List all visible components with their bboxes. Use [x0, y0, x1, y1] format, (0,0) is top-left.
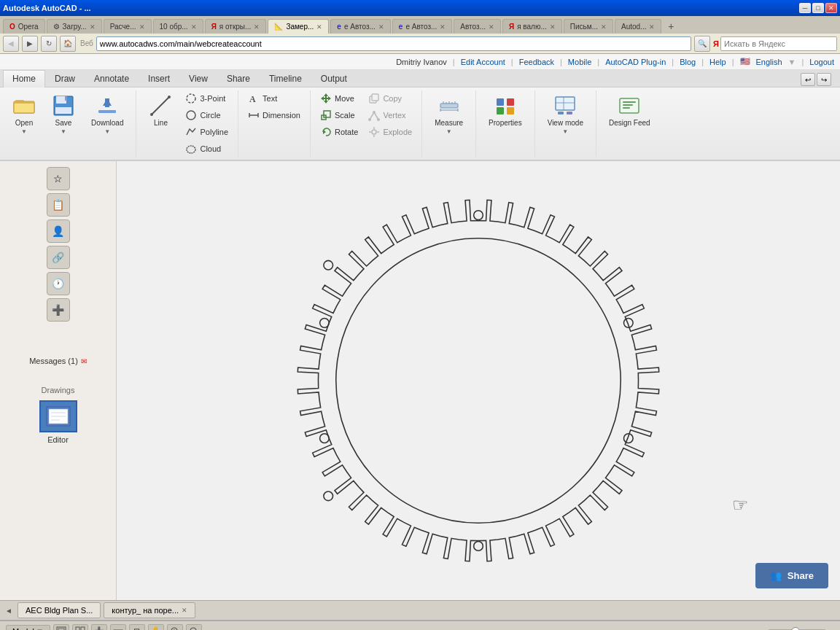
tab-9-close[interactable]: ✕ — [489, 23, 494, 31]
open-button[interactable]: Open ▼ — [6, 90, 42, 139]
sidebar-share-icon[interactable]: 🔗 — [47, 246, 70, 269]
dimension-button[interactable]: Dimension — [244, 107, 304, 123]
tab-12-close[interactable]: ✕ — [649, 23, 655, 31]
tab-output[interactable]: Output — [311, 70, 357, 87]
new-tab-button[interactable]: + — [663, 19, 679, 34]
status-btn-4[interactable] — [110, 624, 126, 631]
forward-button[interactable]: ▶ — [22, 36, 38, 52]
model-button[interactable]: Model ▼ — [6, 625, 50, 631]
home-button[interactable]: 🏠 — [60, 36, 76, 52]
tab-5-close[interactable]: ✕ — [254, 23, 260, 31]
tab-2-close[interactable]: ✕ — [90, 23, 96, 31]
bottom-tab-prev-arrow[interactable]: ◄ — [3, 604, 15, 616]
language-link[interactable]: English — [756, 58, 782, 66]
cloud-button[interactable]: Cloud — [182, 141, 232, 157]
tab-10[interactable]: Я я валю... ✕ — [502, 19, 562, 34]
search-go-button[interactable]: 🔍 — [694, 36, 710, 52]
status-btn-zoomout[interactable] — [186, 624, 202, 631]
explode-button[interactable]: Explode — [365, 124, 416, 140]
tab-share[interactable]: Share — [217, 70, 260, 87]
move-button[interactable]: Move — [316, 90, 362, 106]
text-button[interactable]: A Text — [244, 90, 304, 106]
redo-button[interactable]: ↪ — [817, 73, 831, 86]
reload-button[interactable]: ↻ — [41, 36, 57, 52]
tab-active-close[interactable]: ✕ — [316, 23, 322, 31]
tab-10-close[interactable]: ✕ — [550, 23, 556, 31]
undo-button[interactable]: ↩ — [801, 73, 815, 86]
status-btn-1[interactable] — [53, 624, 69, 631]
tab-insert[interactable]: Insert — [139, 70, 179, 87]
tab-8-close[interactable]: ✕ — [440, 23, 446, 31]
tab-5[interactable]: Я я откры... ✕ — [205, 19, 267, 34]
tab-11[interactable]: Письм... ✕ — [564, 19, 613, 34]
sidebar-user-icon[interactable]: 👤 — [47, 219, 70, 243]
line-button[interactable]: Line — [142, 90, 179, 131]
copy-button[interactable]: Copy — [365, 90, 416, 106]
status-btn-3[interactable]: ➕ — [91, 624, 107, 631]
save-button[interactable]: Save ▼ — [45, 90, 82, 139]
blog-link[interactable]: Blog — [680, 58, 696, 66]
tab-7-close[interactable]: ✕ — [378, 23, 384, 31]
search-input[interactable] — [720, 36, 837, 51]
tab-9[interactable]: Автоз... ✕ — [454, 19, 501, 34]
maximize-button[interactable]: □ — [812, 3, 824, 13]
vertex-button[interactable]: Vertex — [365, 107, 416, 123]
tab-opera[interactable]: O Opera — [3, 19, 45, 34]
zoom-slider[interactable]: ● ● — [761, 627, 834, 631]
minimize-button[interactable]: ─ — [799, 3, 811, 13]
sidebar-star-icon[interactable]: ☆ — [47, 167, 70, 190]
back-button[interactable]: ◀ — [3, 36, 19, 52]
measure-button[interactable]: Measure ▼ — [428, 90, 470, 139]
tab-view[interactable]: View — [179, 70, 217, 87]
status-btn-2[interactable] — [72, 624, 88, 631]
editor-item[interactable]: Editor — [39, 400, 77, 444]
mobile-link[interactable]: Mobile — [568, 58, 591, 66]
tab-2[interactable]: ⚙ Загру... ✕ — [47, 19, 102, 34]
scale-button[interactable]: Scale — [316, 107, 362, 123]
address-input[interactable] — [96, 36, 691, 51]
designfeed-button[interactable]: Design Feed — [602, 90, 657, 131]
tab-timeline[interactable]: Timeline — [260, 70, 311, 87]
tab-8[interactable]: e е Автоз... ✕ — [392, 19, 453, 34]
tab-7[interactable]: e е Автоз... ✕ — [330, 19, 391, 34]
bottom-tab-kontur-close[interactable]: ✕ — [182, 607, 187, 614]
help-link[interactable]: Help — [709, 58, 726, 66]
logout-link[interactable]: Logout — [809, 58, 834, 66]
polyline-button[interactable]: Polyline — [182, 124, 232, 140]
zoom-minus[interactable]: ● — [761, 627, 766, 631]
sidebar-clock-icon[interactable]: 🕐 — [47, 272, 70, 295]
rotate-button[interactable]: Rotate — [316, 124, 362, 140]
viewmode-button[interactable]: View mode ▼ — [541, 90, 590, 139]
status-btn-5[interactable]: ◻ — [129, 624, 145, 631]
tab-draw[interactable]: Draw — [45, 70, 85, 87]
share-button[interactable]: 👥 Share — [755, 563, 828, 588]
tab-active[interactable]: 📐 Замер... ✕ — [268, 19, 329, 34]
status-btn-pan[interactable]: ✋ — [148, 624, 164, 631]
circle-button[interactable]: Circle — [182, 107, 232, 123]
status-btn-zoomin[interactable] — [167, 624, 183, 631]
bottom-tab-aec[interactable]: AEC Bldg Plan S... — [18, 602, 101, 618]
title-bar-controls[interactable]: ─ □ ✕ — [799, 3, 837, 13]
messages-indicator[interactable]: Messages (1) ✉ — [29, 357, 87, 365]
tab-annotate[interactable]: Annotate — [85, 70, 139, 87]
sidebar-history-icon[interactable]: 📋 — [47, 193, 70, 217]
edit-account-link[interactable]: Edit Account — [461, 58, 505, 66]
canvas-area[interactable]: ☞ 👥 Share — [117, 161, 840, 600]
tab-home[interactable]: Home — [3, 70, 45, 88]
feedback-link[interactable]: Feedback — [519, 58, 554, 66]
tab-4-close[interactable]: ✕ — [191, 23, 197, 31]
close-button[interactable]: ✕ — [825, 3, 837, 13]
tab-11-close[interactable]: ✕ — [601, 23, 607, 31]
bottom-tab-kontur[interactable]: контур_ на поре... ✕ — [104, 602, 195, 618]
download-button[interactable]: Download ▼ — [85, 90, 130, 139]
3point-button[interactable]: 3-Point — [182, 90, 232, 106]
sidebar-add-icon[interactable]: ➕ — [47, 298, 70, 322]
tab-3[interactable]: Расче... ✕ — [104, 19, 152, 34]
plugin-link[interactable]: AutoCAD Plug-in — [605, 58, 666, 66]
tab-12[interactable]: Autod... ✕ — [615, 19, 661, 34]
tab-3-close[interactable]: ✕ — [139, 23, 145, 31]
properties-button[interactable]: Properties — [482, 90, 529, 131]
zoom-thumb[interactable] — [791, 627, 800, 631]
zoom-plus[interactable]: ● — [829, 627, 834, 631]
tab-4[interactable]: 10 обр... ✕ — [153, 19, 203, 34]
